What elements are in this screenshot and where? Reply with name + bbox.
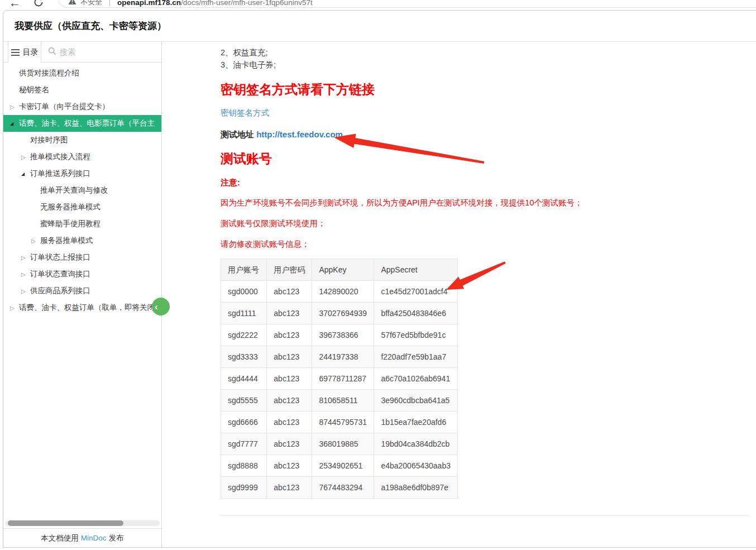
sidebar-item-label: 话费、油卡、权益、电影票订单（平台主: [19, 118, 155, 128]
sidebar-item[interactable]: 对接时序图: [3, 132, 161, 149]
sidebar-item-label: 推单开关查询与修改: [40, 185, 108, 195]
table-row: sgd2222abc12339673836657f67ed5bfbde91c: [221, 324, 458, 346]
sidebar-item-label: 服务器推单模式: [40, 236, 93, 246]
table-cell: abc123: [267, 281, 312, 303]
caret-closed-icon[interactable]: ▷: [21, 154, 30, 160]
table-cell: 244197338: [312, 346, 374, 368]
test-accounts-table: 用户账号用户密码AppKeyAppSecret sgd0000abc123142…: [221, 259, 458, 499]
table-cell: abc123: [267, 433, 312, 455]
table-cell: abc123: [267, 390, 312, 412]
accounts-table-head-row: 用户账号用户密码AppKeyAppSecret: [221, 259, 458, 281]
sidebar: 目录 供货对接流程介绍秘钥签名▷卡密订单（向平台提交卡）◢话费、油卡、权益、电影…: [3, 42, 162, 547]
table-cell: 142890020: [312, 281, 374, 303]
search-input[interactable]: [60, 47, 161, 56]
table-cell: abc123: [267, 346, 312, 368]
sidebar-item-label: 卡密订单（向平台提交卡）: [19, 102, 109, 112]
table-cell: sgd6666: [221, 412, 267, 433]
sidebar-item[interactable]: 推单开关查询与修改: [3, 182, 161, 199]
table-cell: 368019885: [312, 433, 374, 455]
scrollbar-thumb[interactable]: [8, 520, 123, 526]
table-cell: sgd4444: [221, 368, 267, 390]
table-cell: c1e45d27001adcf4: [374, 281, 458, 303]
chevron-left-icon: ‹: [155, 302, 158, 312]
sidebar-item[interactable]: ◢话费、油卡、权益、电影票订单（平台主: [3, 115, 161, 132]
column-header: AppKey: [312, 259, 374, 281]
footer-text-suffix: 发布: [109, 533, 124, 543]
back-icon[interactable]: ←: [9, 0, 21, 9]
sidebar-item[interactable]: 无服务器推单模式: [3, 199, 161, 216]
section-heading-sign: 密钥签名方式请看下方链接: [221, 81, 748, 98]
horizontal-scrollbar[interactable]: [5, 520, 160, 526]
sidebar-item[interactable]: ◢订单推送系列接口: [3, 165, 161, 182]
sidebar-item-label: 订单状态查询接口: [30, 269, 90, 279]
table-cell: 2534902651: [312, 455, 374, 477]
mindoc-link[interactable]: MinDoc: [81, 534, 107, 542]
sidebar-item-label: 秘钥签名: [19, 85, 49, 95]
table-cell: sgd5555: [221, 390, 267, 412]
table-cell: 87445795731: [312, 412, 374, 433]
sidebar-item[interactable]: ▷卡密订单（向平台提交卡）: [3, 98, 161, 115]
table-cell: abc123: [267, 455, 312, 477]
table-cell: 37027694939: [312, 303, 374, 324]
content-divider: [221, 515, 748, 516]
column-header: 用户账号: [221, 259, 267, 281]
table-cell: 19bd04ca384db2cb: [374, 433, 458, 455]
note-title: 注意:: [221, 177, 748, 188]
security-label[interactable]: 不安全: [80, 0, 102, 7]
caret-closed-icon[interactable]: ▷: [31, 238, 40, 244]
table-row: sgd3333abc123244197338f220adf7e59b1aa7: [221, 346, 458, 368]
sidebar-item[interactable]: ▷订单状态查询接口: [3, 266, 161, 283]
table-cell: abc123: [267, 368, 312, 390]
list-item: 2、权益直充;: [221, 46, 748, 59]
table-cell: a6c70a1026ab6941: [374, 368, 458, 390]
sidebar-item[interactable]: 秘钥签名: [3, 82, 161, 98]
caret-open-icon[interactable]: ◢: [21, 171, 30, 176]
toc-tab-label: 目录: [23, 47, 39, 58]
sidebar-item-label: 对接时序图: [30, 135, 68, 145]
test-address-label: 测试地址: [221, 130, 254, 139]
table-cell: f220adf7e59b1aa7: [374, 346, 458, 368]
sidebar-item[interactable]: ▷供应商品系列接口: [3, 283, 161, 299]
document-header: 我要供应（供应直充、卡密等资源）: [3, 11, 756, 42]
address-bar[interactable]: 不安全 openapi.mf178.cn/docs/mfh-user/mfh-u…: [58, 0, 756, 8]
table-cell: sgd7777: [221, 433, 267, 455]
address-divider: [109, 0, 110, 6]
table-row: sgd9999abc1237674483294a198a8e6df0b897e: [221, 477, 458, 499]
sidebar-collapse-button[interactable]: ‹: [152, 298, 170, 315]
table-cell: 69778711287: [312, 368, 374, 390]
accounts-table-body: sgd0000abc123142890020c1e45d27001adcf4sg…: [221, 281, 458, 499]
table-cell: sgd9999: [221, 477, 267, 499]
sidebar-item[interactable]: 蜜蜂助手使用教程: [3, 216, 161, 232]
refresh-icon[interactable]: [34, 0, 44, 9]
test-address-link[interactable]: http://test.feedov.com: [256, 130, 343, 139]
table-cell: sgd8888: [221, 455, 267, 477]
url-host[interactable]: openapi.mf178.cn: [117, 0, 181, 7]
table-cell: 810658511: [312, 390, 374, 412]
table-cell: abc123: [267, 477, 312, 499]
table-row: sgd0000abc123142890020c1e45d27001adcf4: [221, 281, 458, 303]
table-cell: abc123: [267, 303, 312, 324]
sidebar-items: 供货对接流程介绍秘钥签名▷卡密订单（向平台提交卡）◢话费、油卡、权益、电影票订单…: [3, 63, 161, 519]
sidebar-item[interactable]: ▷服务器推单模式: [3, 232, 161, 249]
caret-closed-icon[interactable]: ▷: [10, 104, 19, 110]
search-box[interactable]: [41, 42, 161, 62]
sidebar-item-label: 订单推送系列接口: [30, 169, 90, 179]
sidebar-item[interactable]: ▷推单模式接入流程: [3, 149, 161, 165]
tab-toc[interactable]: 目录: [8, 42, 41, 63]
column-header: 用户密码: [267, 259, 312, 281]
caret-closed-icon[interactable]: ▷: [21, 255, 30, 261]
caret-closed-icon[interactable]: ▷: [10, 305, 19, 311]
sidebar-item[interactable]: 供货对接流程介绍: [3, 65, 161, 82]
sign-method-link[interactable]: 密钥签名方式: [221, 108, 269, 117]
caret-closed-icon[interactable]: ▷: [21, 271, 30, 278]
sidebar-item[interactable]: ▷话费、油卡、权益订单（取单，即将关闭: [3, 299, 161, 316]
sidebar-footer: 本文档使用 MinDoc 发布: [3, 528, 161, 547]
url-path[interactable]: /docs/mfh-user/mfh-user-1fqp6uninv57t: [181, 0, 313, 7]
table-cell: abc123: [267, 412, 312, 433]
note-paragraph: 因为生产环境账号不会同步到测试环境，所以为方便API用户在测试环境对接，现提供1…: [221, 197, 748, 209]
caret-open-icon[interactable]: ◢: [10, 121, 19, 126]
caret-closed-icon[interactable]: ▷: [21, 288, 30, 294]
sidebar-item[interactable]: ▷订单状态上报接口: [3, 249, 161, 266]
search-icon: [48, 47, 56, 58]
sidebar-item-label: 推单模式接入流程: [30, 152, 90, 162]
